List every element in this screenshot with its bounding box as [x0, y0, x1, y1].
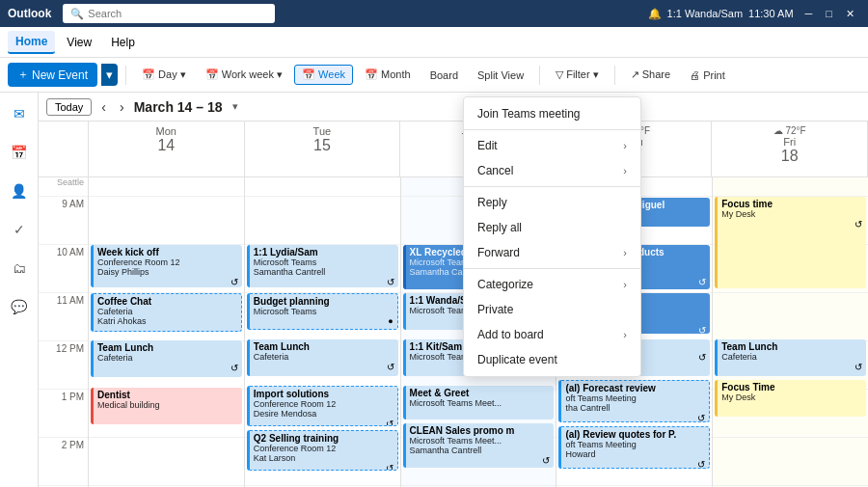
event-team-lunch-fri[interactable]: Team Lunch Cafeteria ↺ — [715, 339, 866, 376]
ctx-add-board[interactable]: Add to board › — [464, 322, 640, 347]
calendar-icon[interactable]: 📅 — [6, 139, 33, 166]
event-import-solutions[interactable]: Import solutions Conference Room 12 Desi… — [247, 386, 398, 426]
weather-fri: ☁ 72°F — [714, 125, 865, 136]
new-event-button[interactable]: ＋ New Event — [8, 63, 97, 87]
search-icon: 🔍 — [70, 8, 84, 20]
ctx-forward-arrow: › — [623, 247, 627, 258]
search-input[interactable] — [88, 8, 242, 19]
workweek-view-button[interactable]: 📅 Work week ▾ — [198, 65, 290, 85]
day-header-fri: ☁ 72°F Fri 18 — [712, 122, 868, 176]
ctx-forward-label: Forward — [477, 246, 520, 259]
month-view-button[interactable]: 📅 Month — [357, 65, 419, 85]
day-num-mon: 14 — [91, 137, 242, 154]
ctx-private-label: Private — [477, 303, 513, 316]
toolbar-sep2 — [539, 66, 540, 85]
event-coffee-chat[interactable]: Coffee Chat Cafeteria Katri Ahokas — [91, 293, 242, 332]
grid-body[interactable]: Seattle 9 AM 10 AM 11 AM 12 PM 1 PM 2 PM… — [39, 177, 868, 487]
day-name-fri: Fri — [714, 136, 865, 148]
time-column: Seattle 9 AM 10 AM 11 AM 12 PM 1 PM 2 PM… — [39, 177, 89, 487]
ctx-reply-all[interactable]: Reply all — [464, 215, 640, 240]
nav-view[interactable]: View — [59, 32, 99, 53]
ctx-categorize-arrow: › — [623, 279, 627, 290]
day-num-fri: 18 — [714, 148, 865, 165]
board-view-button[interactable]: Board — [422, 66, 466, 85]
day-col-tue[interactable]: 1:1 Lydia/Sam Microsoft Teams Samantha C… — [245, 177, 401, 487]
ctx-categorize[interactable]: Categorize › — [464, 272, 640, 297]
minimize-button[interactable]: ─ — [800, 0, 819, 27]
event-focus-time[interactable]: Focus time My Desk ↺ — [715, 197, 866, 288]
event-meet-greet[interactable]: Meet & Greet Microsoft Teams Meet... — [403, 386, 555, 419]
toolbar-separator — [125, 66, 126, 85]
mail-icon[interactable]: ✉ — [6, 100, 33, 127]
files-icon[interactable]: 🗂 — [6, 255, 33, 282]
ctx-forward[interactable]: Forward › — [464, 240, 640, 265]
day-num-tue: 15 — [247, 137, 398, 154]
plus-icon: ＋ — [17, 67, 29, 83]
week-nav: Today ‹ › March 14 – 18 ▾ — [39, 93, 868, 122]
day-col-fri[interactable]: Focus time My Desk ↺ Team Lunch Cafeteri… — [713, 177, 868, 487]
search-bar[interactable]: 🔍 — [63, 4, 275, 23]
time-col-header — [39, 122, 89, 176]
print-button[interactable]: 🖨 Print — [682, 66, 733, 85]
toolbar: ＋ New Event ▾ 📅 Day ▾ 📅 Work week ▾ 📅 We… — [0, 58, 868, 93]
ctx-add-board-label: Add to board — [477, 328, 544, 341]
teams-icon[interactable]: 💬 — [6, 293, 33, 320]
week-view-button[interactable]: 📅 Week — [294, 65, 353, 85]
notification-icon[interactable]: 🔔 — [648, 8, 662, 20]
maximize-button[interactable]: □ — [820, 0, 838, 27]
day-name-tue: Tue — [247, 125, 398, 137]
toolbar-sep3 — [614, 66, 615, 85]
event-forecast-review[interactable]: (al) Forecast review oft Teams Meeting t… — [558, 380, 710, 422]
nav-help[interactable]: Help — [103, 32, 143, 53]
tasks-icon[interactable]: ✓ — [6, 216, 33, 243]
grid-header: Mon 14 Tue 15 ☁ 72°F Wed 16 ☁ 72°F Thu 1… — [39, 122, 868, 177]
split-view-button[interactable]: Split View — [470, 66, 531, 85]
filter-button[interactable]: ▽ Filter ▾ — [548, 65, 607, 85]
next-week-button[interactable]: › — [116, 99, 128, 115]
contacts-icon[interactable]: 👤 — [6, 177, 33, 204]
time-label: 11:30 AM — [748, 8, 793, 19]
day-view-button[interactable]: 📅 Day ▾ — [134, 65, 194, 85]
week-title-dropdown[interactable]: ▾ — [232, 100, 238, 113]
ctx-add-board-arrow: › — [623, 329, 627, 340]
event-review-quotes[interactable]: (al) Review quotes for P. oft Teams Meet… — [558, 426, 710, 469]
event-dentist[interactable]: Dentist Medical building — [91, 388, 242, 424]
ctx-sep2 — [464, 186, 640, 187]
top-right: 🔔 1:1 Wanda/Sam 11:30 AM ─ □ ✕ — [648, 0, 860, 27]
time-9am: 9 AM — [39, 197, 88, 245]
new-event-dropdown[interactable]: ▾ — [101, 64, 118, 86]
event-q2-selling[interactable]: Q2 Selling training Conference Room 12 K… — [247, 430, 398, 471]
time-12pm: 12 PM — [39, 341, 88, 390]
ctx-sep3 — [464, 268, 640, 269]
calendar-grid: Mon 14 Tue 15 ☁ 72°F Wed 16 ☁ 72°F Thu 1… — [39, 122, 868, 487]
event-focus-time-2[interactable]: Focus Time My Desk — [715, 380, 866, 417]
day-header-mon: Mon 14 — [89, 122, 245, 176]
event-clean-sales[interactable]: CLEAN Sales promo m Microsoft Teams Meet… — [403, 423, 555, 468]
ctx-duplicate-label: Duplicate event — [477, 353, 557, 366]
ctx-cancel[interactable]: Cancel › — [464, 177, 640, 183]
seattle-time: Seattle — [39, 177, 88, 197]
app-logo: Outlook — [8, 7, 51, 20]
ctx-reply-label: Reply — [477, 196, 507, 209]
share-button[interactable]: ↗ Share — [623, 65, 678, 85]
close-button[interactable]: ✕ — [840, 0, 860, 27]
event-team-lunch-mon[interactable]: Team Lunch Cafeteria ↺ — [91, 340, 242, 377]
today-button[interactable]: Today — [46, 98, 92, 116]
event-11-lydia[interactable]: 1:1 Lydia/Sam Microsoft Teams Samantha C… — [247, 245, 398, 287]
event-team-lunch-tue[interactable]: Team Lunch Cafeteria ↺ — [247, 339, 398, 376]
event-week-kickoff[interactable]: Week kick off Conference Room 12 Daisy P… — [91, 245, 242, 287]
left-sidebar: ✉ 📅 👤 ✓ 🗂 💬 — [0, 93, 39, 487]
nav-bar: Home View Help — [0, 27, 868, 58]
context-menu: Join Teams meeting Edit › Cancel › Reply — [463, 177, 641, 377]
event-budget-planning[interactable]: Budget planning Microsoft Teams ● — [247, 293, 398, 330]
day-header-tue: Tue 15 — [245, 122, 401, 176]
prev-week-button[interactable]: ‹ — [97, 99, 110, 115]
nav-home[interactable]: Home — [8, 31, 55, 54]
day-col-mon[interactable]: Week kick off Conference Room 12 Daisy P… — [89, 177, 245, 487]
ctx-categorize-label: Categorize — [477, 278, 533, 291]
ctx-private[interactable]: Private — [464, 297, 640, 322]
ctx-reply[interactable]: Reply — [464, 190, 640, 215]
top-bar: Outlook 🔍 🔔 1:1 Wanda/Sam 11:30 AM ─ □ ✕ — [0, 0, 868, 27]
time-2pm: 2 PM — [39, 438, 88, 486]
ctx-duplicate[interactable]: Duplicate event — [464, 347, 640, 372]
